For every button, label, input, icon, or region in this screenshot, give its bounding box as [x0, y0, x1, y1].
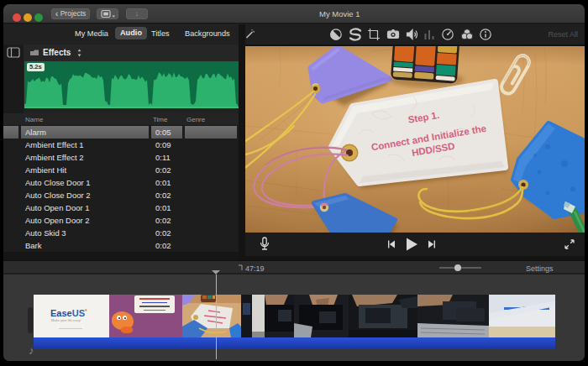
svg-text:Settings: Settings [526, 264, 554, 273]
svg-text:47:19: 47:19 [245, 264, 265, 273]
svg-text:Effects: Effects [43, 48, 71, 57]
